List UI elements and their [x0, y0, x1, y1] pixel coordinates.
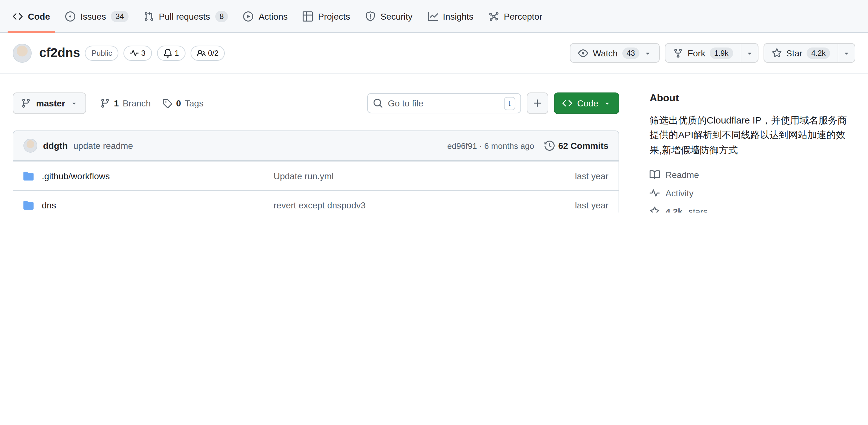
tab-projects[interactable]: Projects — [297, 0, 356, 32]
table-row: .github/workflows Update run.yml last ye… — [13, 161, 619, 190]
add-file-button[interactable] — [526, 92, 548, 114]
plus-icon — [532, 98, 542, 108]
visibility-badge: Public — [85, 45, 118, 60]
code-icon — [13, 11, 23, 21]
tag-icon — [162, 98, 172, 108]
people-badge[interactable]: 0/2 — [190, 45, 225, 60]
table-icon — [303, 11, 313, 21]
latest-commit-bar: ddgth update readme ed96f91 · 6 months a… — [13, 131, 619, 161]
git-branch-icon — [100, 98, 110, 108]
branch-count: 1 — [114, 98, 119, 108]
repo-title[interactable]: cf2dns — [39, 45, 80, 60]
chevron-down-icon — [603, 99, 611, 107]
issue-opened-icon — [65, 11, 75, 21]
watch-label: Watch — [593, 48, 618, 58]
tab-perceptor[interactable]: Perceptor — [483, 0, 549, 32]
tab-issues[interactable]: Issues 34 — [59, 0, 135, 32]
star-count: 4.2k — [807, 47, 830, 59]
people-count: 0/2 — [208, 49, 218, 57]
bell-icon — [163, 49, 172, 57]
go-to-file-input[interactable] — [386, 97, 504, 109]
pulse-icon — [130, 49, 138, 57]
file-commit-message[interactable]: Update run.yml — [274, 171, 507, 181]
github-repo-page: Code Issues 34 Pull requests 8 Actions — [0, 0, 868, 212]
about-description: 筛选出优质的Cloudflare IP，并使用域名服务商提供的API解析到不同线… — [650, 113, 855, 157]
star-button[interactable]: Star 4.2k — [763, 43, 855, 63]
keyboard-shortcut-hint: t — [504, 97, 515, 110]
commit-meta: ed96f91 · 6 months ago 62 Commits — [447, 141, 609, 151]
tab-code[interactable]: Code — [6, 0, 56, 32]
activity-link[interactable]: Activity — [650, 188, 855, 198]
folder-icon — [24, 200, 34, 210]
book-icon — [650, 170, 660, 180]
repo-owner-avatar[interactable] — [13, 43, 32, 62]
file-table: ddgth update readme ed96f91 · 6 months a… — [13, 130, 619, 212]
star-dropdown[interactable] — [838, 44, 855, 62]
toolbar-right: t Code — [367, 92, 619, 114]
tab-label: Pull requests — [159, 11, 210, 21]
tab-label: Actions — [259, 11, 288, 21]
chevron-down-icon — [70, 99, 78, 107]
file-name[interactable]: .github/workflows — [42, 171, 110, 181]
tab-label: Security — [380, 11, 412, 21]
file-commit-date: last year — [507, 171, 609, 181]
code-button[interactable]: Code — [554, 92, 619, 114]
watch-count: 43 — [622, 47, 640, 59]
tab-label: Issues — [81, 11, 106, 21]
commit-author[interactable]: ddgth — [43, 141, 68, 151]
pulse-badge[interactable]: 3 — [123, 45, 152, 60]
tag-count: 0 — [176, 98, 181, 108]
tab-label: Insights — [443, 11, 473, 21]
branch-selector[interactable]: master — [13, 92, 86, 114]
search-icon — [373, 98, 383, 108]
tab-pull-requests[interactable]: Pull requests 8 — [137, 0, 235, 32]
tab-insights[interactable]: Insights — [421, 0, 480, 32]
notifications-badge[interactable]: 1 — [157, 45, 185, 60]
watch-button[interactable]: Watch 43 — [570, 43, 660, 63]
graph-icon — [428, 11, 438, 21]
repo-sidebar: About 筛选出优质的Cloudflare IP，并使用域名服务商提供的API… — [650, 73, 855, 212]
people-icon — [196, 49, 206, 57]
eye-icon — [578, 48, 588, 58]
readme-link[interactable]: Readme — [650, 170, 855, 180]
commit-sha-time[interactable]: ed96f91 · 6 months ago — [447, 141, 534, 150]
file-name[interactable]: dns — [42, 200, 56, 210]
git-pull-request-icon — [144, 11, 154, 21]
about-title: About — [650, 92, 855, 104]
tab-security[interactable]: Security — [359, 0, 419, 32]
current-branch: master — [36, 98, 65, 108]
repo-tab-nav: Code Issues 34 Pull requests 8 Actions — [0, 0, 868, 33]
branches-link[interactable]: 1 Branch — [100, 98, 151, 108]
star-label: Star — [786, 48, 802, 58]
fork-dropdown[interactable] — [740, 44, 757, 62]
fork-label: Fork — [688, 48, 705, 58]
repo-action-buttons: Watch 43 Fork 1.9k — [570, 43, 855, 63]
perceptor-icon — [489, 11, 499, 21]
tab-label: Code — [28, 11, 50, 21]
commit-history-link[interactable]: 62 Commits — [544, 141, 609, 151]
repo-forked-icon — [673, 48, 683, 58]
file-commit-date: last year — [507, 200, 609, 210]
notifications-count: 1 — [175, 49, 179, 57]
commit-author-avatar[interactable] — [24, 139, 37, 153]
repo-header: cf2dns Public 3 1 0/2 — [0, 33, 868, 73]
chevron-down-icon — [745, 49, 753, 57]
star-icon — [650, 207, 660, 213]
fork-button[interactable]: Fork 1.9k — [665, 43, 758, 63]
pulse-icon — [650, 188, 660, 198]
code-button-label: Code — [577, 98, 598, 108]
tags-link[interactable]: 0 Tags — [162, 98, 204, 108]
tab-actions[interactable]: Actions — [237, 0, 294, 32]
stars-link[interactable]: 4.2k stars — [650, 207, 855, 213]
meta-label: stars — [688, 207, 708, 213]
repo-toolbar: master 1 Branch 0 T — [13, 92, 619, 114]
commit-message[interactable]: update readme — [73, 141, 133, 151]
shield-icon — [365, 11, 375, 21]
pull-requests-count-badge: 8 — [215, 10, 228, 22]
pulse-count: 3 — [141, 49, 145, 57]
go-to-file-box: t — [367, 93, 521, 113]
tab-label: Perceptor — [504, 11, 542, 21]
tab-label: Projects — [318, 11, 350, 21]
meta-label: Activity — [665, 188, 693, 198]
file-commit-message[interactable]: revert except dnspodv3 — [274, 200, 507, 210]
